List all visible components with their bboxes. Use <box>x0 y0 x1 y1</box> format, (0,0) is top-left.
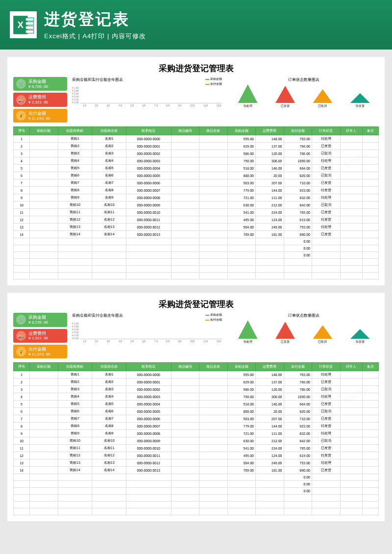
chart-peak <box>238 84 258 103</box>
table-row: 12简称12名称12000-0000-0011495.00124.00619.0… <box>14 452 379 459</box>
column-header: 商品名称 <box>199 127 228 135</box>
line-chart: 采购金额和实付金额全年图表采购金额实付金额 ¥ 1.00¥ 0.80¥ 0.60… <box>72 77 222 123</box>
status-chart: 订单状态数量图表 待处理已发货已取消待发货 <box>229 313 379 358</box>
column-header: 序号 <box>14 127 30 135</box>
column-header: 运费费用 <box>256 363 284 371</box>
column-header: 商品名称 <box>199 363 228 371</box>
table-row: 11简称11名称11000-0000-0010541.00224.00765.0… <box>14 209 379 216</box>
table-row <box>14 266 379 273</box>
page-subtitle: Excel格式 | A4打印 | 内容可修改 <box>44 32 146 41</box>
sheet-title: 采购进货登记管理表 <box>13 299 379 310</box>
summary-badge: 🛒采购金额¥ 8,720. 00 <box>13 77 67 91</box>
badge-icon: 💰 <box>16 347 26 356</box>
table-row <box>14 508 379 515</box>
table-row: 9简称9名称9000-0000-0008721.00111.00832.00待处… <box>14 430 379 437</box>
table-row: 8简称8名称8000-0000-0007779.00144.00923.00待发… <box>14 187 379 194</box>
line-chart: 采购金额和实付金额全年图表采购金额实付金额 ¥ 1.00¥ 0.80¥ 0.60… <box>72 313 222 358</box>
column-header: 商品编号 <box>171 127 199 135</box>
svg-rect-1 <box>25 18 34 21</box>
column-header: 实付金额 <box>284 127 312 135</box>
chart-peak <box>350 93 370 103</box>
page-title: 进货登记表 <box>44 9 146 30</box>
column-header: 商品编号 <box>171 363 199 371</box>
table-row: 3简称3名称3000-0000-0002586.00120.00706.00已取… <box>14 150 379 157</box>
table-row: 1简称1名称1000-0000-0000555.00148.00703.00待处… <box>14 135 379 143</box>
table-row: 7简称7名称7000-0000-0006503.00207.00710.00已发… <box>14 179 379 187</box>
badge-icon: 🛒 <box>16 79 26 89</box>
template-header: X 进货登记表 Excel格式 | A4打印 | 内容可修改 <box>0 0 392 50</box>
table-row: 5简称5名称5000-0000-0004518.00146.00664.00已发… <box>14 165 379 172</box>
chart-peak <box>275 86 295 103</box>
status-chart: 订单状态数量图表 待处理已发货已取消待发货 <box>229 77 379 123</box>
column-header: 实付金额 <box>284 363 312 371</box>
chart-peak <box>313 89 332 103</box>
table-row: 0.00 <box>14 481 379 488</box>
column-header: 备注 <box>362 127 378 135</box>
table-row: 5简称5名称5000-0000-0004518.00146.00664.00已发… <box>14 401 379 408</box>
badge-icon: 💰 <box>16 111 26 121</box>
badge-icon: 🚚 <box>16 331 26 341</box>
column-header: 备注 <box>362 363 378 371</box>
chart-peak <box>350 329 370 339</box>
table-row: 0.00 <box>14 238 379 245</box>
data-table: 序号采购日期供应商简称供应商名称联系电话商品编号商品名称采购金额运费费用实付金额… <box>13 362 379 515</box>
spreadsheet-preview: 熊猫办公 熊猫办公 采购进货登记管理表 🛒采购金额¥ 8,720. 00🚚运费费… <box>7 57 385 285</box>
table-row: 3简称3名称3000-0000-0002586.00120.00706.00已取… <box>14 386 379 393</box>
table-row: 8简称8名称8000-0000-0007779.00144.00923.00待发… <box>14 423 379 430</box>
svg-rect-3 <box>25 26 34 29</box>
chart-peak <box>238 320 258 339</box>
table-row: 7简称7名称7000-0000-0006503.00207.00710.00已发… <box>14 415 379 423</box>
column-header: 联系电话 <box>126 127 171 135</box>
table-row <box>14 273 379 279</box>
column-header: 采购金额 <box>227 127 256 135</box>
spreadsheet-preview: 熊猫办公 熊猫办公 采购进货登记管理表 🛒采购金额¥ 8,720. 00🚚运费费… <box>7 293 385 521</box>
table-row: 6简称6名称6000-0000-0005800.0020.00820.00已取消 <box>14 408 379 415</box>
table-row: 1简称1名称1000-0000-0000555.00148.00703.00待处… <box>14 371 379 378</box>
badge-icon: 🛒 <box>16 315 26 325</box>
table-row: 2简称2名称2000-0000-0001629.00137.00766.00已发… <box>14 143 379 150</box>
column-header: 订单状态 <box>312 363 341 371</box>
svg-rect-2 <box>25 22 34 25</box>
table-row: 0.00 <box>14 252 379 259</box>
chart-peak <box>275 322 295 339</box>
column-header: 供应商简称 <box>58 363 92 371</box>
table-row: 6简称6名称6000-0000-0005800.0020.00820.00已取消 <box>14 172 379 179</box>
column-header: 供应商简称 <box>58 127 92 135</box>
column-header: 运费费用 <box>256 127 284 135</box>
table-row: 14简称14名称14000-0000-0013709.00181.00890.0… <box>14 231 379 238</box>
table-row: 9简称9名称9000-0000-0008721.00111.00832.00待处… <box>14 194 379 201</box>
table-row: 2简称2名称2000-0000-0001629.00137.00766.00已发… <box>14 378 379 386</box>
svg-rect-4 <box>25 30 34 33</box>
column-header: 采购日期 <box>30 363 58 371</box>
table-row: 4简称4名称4000-0000-0003750.00300.001050.00待… <box>14 393 379 401</box>
table-row: 10简称10名称10000-0000-0009630.00212.00842.0… <box>14 201 379 209</box>
summary-badge: 🚚运费费用¥ 2,323. 00 <box>13 329 67 343</box>
summary-badge: 🚚运费费用¥ 2,323. 00 <box>13 93 67 106</box>
column-header: 供应商名称 <box>92 127 126 135</box>
column-header: 采购日期 <box>30 127 58 135</box>
table-row: 14简称14名称14000-0000-0013709.00181.00890.0… <box>14 467 379 474</box>
table-row: 12简称12名称12000-0000-0011495.00124.00619.0… <box>14 216 379 224</box>
data-table: 序号采购日期供应商简称供应商名称联系电话商品编号商品名称采购金额运费费用实付金额… <box>13 126 379 279</box>
summary-badge: 🛒采购金额¥ 8,720. 00 <box>13 313 67 327</box>
table-row: 10简称10名称10000-0000-0009630.00212.00842.0… <box>14 437 379 445</box>
column-header: 供应商名称 <box>92 363 126 371</box>
column-header: 经手人 <box>340 127 362 135</box>
summary-badge: 💰实付金额¥ 11,043. 00 <box>13 109 67 123</box>
table-row: 13简称13名称13000-0000-0012504.00249.00753.0… <box>14 224 379 231</box>
column-header: 采购金额 <box>227 363 256 371</box>
chart-peak <box>313 325 332 339</box>
summary-badge: 💰实付金额¥ 11,043. 00 <box>13 345 67 358</box>
sheet-title: 采购进货登记管理表 <box>13 63 379 74</box>
column-header: 订单状态 <box>312 127 341 135</box>
svg-text:X: X <box>17 20 24 30</box>
table-row: 11简称11名称11000-0000-0010541.00224.00765.0… <box>14 445 379 452</box>
table-row <box>14 502 379 508</box>
table-row: 13简称13名称13000-0000-0012504.00249.00753.0… <box>14 459 379 467</box>
table-row: 0.00 <box>14 488 379 495</box>
table-row <box>14 259 379 266</box>
column-header: 经手人 <box>340 363 362 371</box>
table-row <box>14 495 379 502</box>
column-header: 联系电话 <box>126 363 171 371</box>
table-row: 0.00 <box>14 245 379 252</box>
